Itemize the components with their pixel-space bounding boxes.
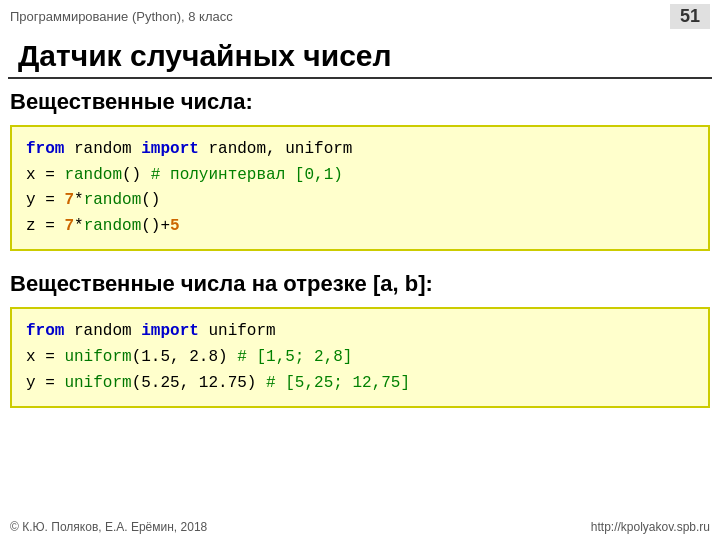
kw-from-1: from: [26, 140, 64, 158]
kw-from-2: from: [26, 322, 64, 340]
code-line-2: x = random() # полуинтервал [0,1): [26, 163, 694, 189]
num-7-2: 7: [64, 217, 74, 235]
footer: © К.Ю. Поляков, Е.А. Ерёмин, 2018 http:/…: [10, 520, 710, 534]
fn-uniform-1: uniform: [64, 348, 131, 366]
kw-import-2: import: [141, 322, 199, 340]
code-line-1: from random import random, uniform: [26, 137, 694, 163]
fn-random-1: random: [64, 166, 122, 184]
page-number: 51: [670, 4, 710, 29]
code2-line-3: y = uniform(5.25, 12.75) # [5,25; 12,75]: [26, 371, 694, 397]
page-title: Датчик случайных чисел: [8, 33, 712, 79]
kw-import-1: import: [141, 140, 199, 158]
code-block-2: from random import uniform x = uniform(1…: [10, 307, 710, 408]
num-7-1: 7: [64, 191, 74, 209]
section1-title: Вещественные числа:: [0, 79, 720, 121]
fn-uniform-2: uniform: [64, 374, 131, 392]
code2-line-2: x = uniform(1.5, 2.8) # [1,5; 2,8]: [26, 345, 694, 371]
num-5: 5: [170, 217, 180, 235]
code2-line-1: from random import uniform: [26, 319, 694, 345]
course-label: Программирование (Python), 8 класс: [10, 9, 233, 24]
footer-left: © К.Ю. Поляков, Е.А. Ерёмин, 2018: [10, 520, 207, 534]
code-line-4: z = 7*random()+5: [26, 214, 694, 240]
section2-title: Вещественные числа на отрезке [a, b]:: [0, 261, 720, 303]
fn-random-3: random: [84, 217, 142, 235]
top-bar: Программирование (Python), 8 класс 51: [0, 0, 720, 33]
footer-right: http://kpolyakov.spb.ru: [591, 520, 710, 534]
code-block-1: from random import random, uniform x = r…: [10, 125, 710, 251]
fn-random-2: random: [84, 191, 142, 209]
code-line-3: y = 7*random(): [26, 188, 694, 214]
